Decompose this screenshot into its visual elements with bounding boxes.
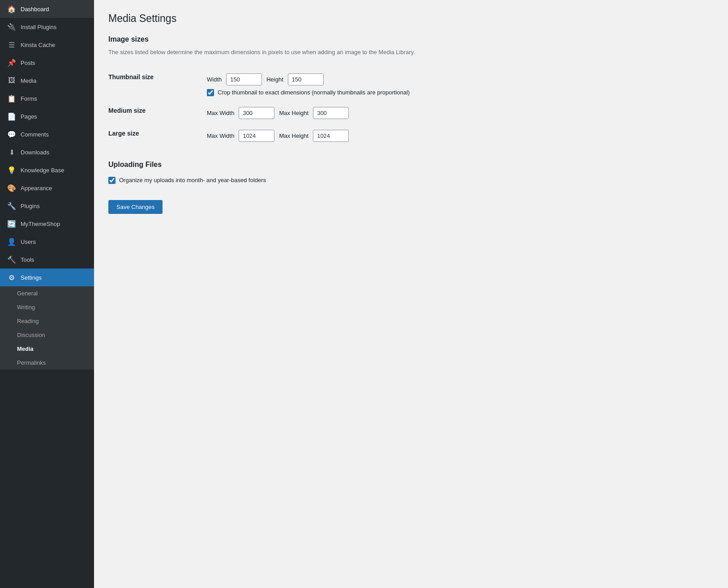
sidebar: 🏠 Dashboard 🔌 Install Plugins ☰ Kinsta C… (0, 0, 94, 588)
medium-row: Medium size Max Width Max Height (108, 102, 714, 124)
sidebar-item-label-tools: Tools (21, 256, 34, 263)
image-sizes-description: The sizes listed below determine the max… (108, 48, 714, 57)
large-max-height-label: Max Height (279, 132, 308, 139)
sidebar-item-plugins[interactable]: 🔧 Plugins (0, 197, 94, 215)
tools-icon: 🔨 (7, 255, 16, 264)
sidebar-item-label-mythemeshop: MyThemeShop (21, 221, 60, 227)
submenu-item-writing[interactable]: Writing (0, 300, 94, 314)
save-changes-button[interactable]: Save Changes (108, 200, 163, 214)
large-dimensions: Max Width Max Height (207, 130, 714, 142)
organize-uploads-checkbox[interactable] (108, 177, 116, 184)
thumbnail-crop-row: Crop thumbnail to exact dimensions (norm… (207, 89, 714, 96)
users-icon: 👤 (7, 237, 16, 246)
settings-submenu: GeneralWritingReadingDiscussionMediaPerm… (0, 286, 94, 370)
large-label: Large size (108, 130, 139, 137)
sidebar-item-label-users: Users (21, 239, 36, 245)
sidebar-item-media[interactable]: 🖼 Media (0, 72, 94, 89)
sidebar-item-appearance[interactable]: 🎨 Appearance (0, 179, 94, 197)
sidebar-item-pages[interactable]: 📄 Pages (0, 107, 94, 125)
thumbnail-height-label: Height (266, 76, 283, 83)
crop-thumbnail-label[interactable]: Crop thumbnail to exact dimensions (norm… (218, 89, 410, 96)
media-icon: 🖼 (7, 76, 16, 85)
image-sizes-title: Image sizes (108, 35, 714, 43)
main-content: Media Settings Image sizes The sizes lis… (94, 0, 728, 588)
sidebar-item-comments[interactable]: 💬 Comments (0, 125, 94, 143)
sidebar-item-label-downloads: Downloads (21, 149, 49, 156)
crop-thumbnail-checkbox[interactable] (207, 89, 214, 96)
submenu-item-reading[interactable]: Reading (0, 314, 94, 328)
thumbnail-row: Thumbnail size Width Height Crop thumbna… (108, 68, 714, 102)
organize-uploads-row: Organize my uploads into month- and year… (108, 177, 714, 184)
sidebar-item-label-settings: Settings (21, 274, 42, 281)
page-title: Media Settings (108, 13, 714, 25)
kinsta-cache-icon: ☰ (7, 40, 16, 49)
submenu-item-general[interactable]: General (0, 286, 94, 300)
sidebar-item-label-knowledge-base: Knowledge Base (21, 167, 64, 174)
large-max-width-input[interactable] (239, 130, 274, 142)
thumbnail-dimensions: Width Height (207, 73, 714, 85)
sidebar-item-label-comments: Comments (21, 131, 49, 138)
sidebar-item-knowledge-base[interactable]: 💡 Knowledge Base (0, 161, 94, 179)
medium-max-width-label: Max Width (207, 110, 234, 116)
forms-icon: 📋 (7, 94, 16, 103)
uploading-files-section: Uploading Files Organize my uploads into… (108, 161, 714, 184)
medium-max-height-input[interactable] (313, 107, 349, 119)
image-sizes-table: Thumbnail size Width Height Crop thumbna… (108, 68, 714, 147)
plugins-icon: 🔧 (7, 201, 16, 210)
thumbnail-height-input[interactable] (288, 73, 324, 85)
thumbnail-width-label: Width (207, 76, 222, 83)
submenu-item-discussion[interactable]: Discussion (0, 328, 94, 342)
save-button-container: Save Changes (108, 193, 714, 214)
sidebar-item-tools[interactable]: 🔨 Tools (0, 251, 94, 268)
dashboard-icon: 🏠 (7, 4, 16, 13)
submenu-item-permalinks[interactable]: Permalinks (0, 356, 94, 370)
settings-icon: ⚙ (7, 273, 16, 282)
downloads-icon: ⬇ (7, 148, 16, 157)
sidebar-item-label-appearance: Appearance (21, 185, 52, 192)
sidebar-item-posts[interactable]: 📌 Posts (0, 54, 94, 72)
sidebar-item-mythemeshop[interactable]: 🔄 MyThemeShop (0, 215, 94, 233)
sidebar-item-kinsta-cache[interactable]: ☰ Kinsta Cache (0, 36, 94, 54)
thumbnail-label: Thumbnail size (108, 73, 154, 81)
sidebar-item-install-plugins[interactable]: 🔌 Install Plugins (0, 18, 94, 36)
organize-uploads-label[interactable]: Organize my uploads into month- and year… (119, 177, 266, 183)
medium-max-height-label: Max Height (279, 110, 308, 116)
large-row: Large size Max Width Max Height (108, 124, 714, 147)
posts-icon: 📌 (7, 58, 16, 67)
knowledge-base-icon: 💡 (7, 166, 16, 175)
submenu-item-media-sub[interactable]: Media (0, 342, 94, 356)
thumbnail-width-input[interactable] (226, 73, 262, 85)
comments-icon: 💬 (7, 130, 16, 139)
medium-dimensions: Max Width Max Height (207, 107, 714, 119)
sidebar-item-forms[interactable]: 📋 Forms (0, 89, 94, 107)
pages-icon: 📄 (7, 112, 16, 121)
mythemeshop-icon: 🔄 (7, 219, 16, 228)
appearance-icon: 🎨 (7, 183, 16, 192)
sidebar-item-settings[interactable]: ⚙ Settings (0, 268, 94, 286)
sidebar-item-label-plugins: Plugins (21, 203, 40, 209)
sidebar-item-downloads[interactable]: ⬇ Downloads (0, 143, 94, 161)
sidebar-item-label-posts: Posts (21, 60, 35, 66)
sidebar-item-label-media: Media (21, 77, 36, 84)
sidebar-item-dashboard[interactable]: 🏠 Dashboard (0, 0, 94, 18)
medium-max-width-input[interactable] (239, 107, 274, 119)
sidebar-item-label-dashboard: Dashboard (21, 6, 49, 13)
sidebar-item-label-install-plugins: Install Plugins (21, 24, 56, 30)
large-max-height-input[interactable] (313, 130, 349, 142)
sidebar-item-label-forms: Forms (21, 95, 37, 102)
install-plugins-icon: 🔌 (7, 22, 16, 31)
sidebar-item-label-pages: Pages (21, 113, 37, 120)
sidebar-item-users[interactable]: 👤 Users (0, 233, 94, 251)
uploading-files-title: Uploading Files (108, 161, 714, 169)
large-max-width-label: Max Width (207, 132, 234, 139)
sidebar-item-label-kinsta-cache: Kinsta Cache (21, 42, 55, 48)
medium-label: Medium size (108, 107, 146, 114)
